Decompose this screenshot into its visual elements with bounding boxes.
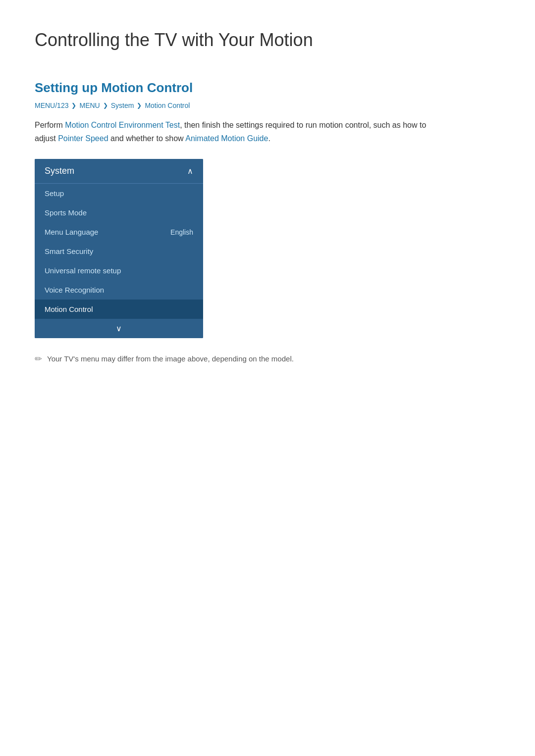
system-menu: System ∧ Setup Sports Mode Menu Language… [35,159,203,338]
breadcrumb-item-2: MENU [79,101,100,109]
breadcrumb-item-1: MENU/123 [35,101,68,109]
page-title: Controlling the TV with Your Motion [35,30,500,55]
body-paragraph: Perform Motion Control Environment Test,… [35,118,441,145]
menu-header-title: System [45,166,74,176]
breadcrumb-item-3: System [111,101,134,109]
menu-item-sports-mode[interactable]: Sports Mode [35,203,203,222]
body-text-4: . [268,134,270,143]
breadcrumb-item-4: Motion Control [145,101,190,109]
breadcrumb: MENU/123 ❯ MENU ❯ System ❯ Motion Contro… [35,101,500,109]
note-row: ✏ Your TV's menu may differ from the ima… [35,353,500,365]
menu-item-universal-remote[interactable]: Universal remote setup [35,261,203,280]
menu-item-sports-mode-label: Sports Mode [45,208,87,217]
menu-down-arrow-icon: ∨ [116,324,122,333]
menu-item-menu-language-value: English [170,228,193,236]
breadcrumb-sep-2: ❯ [103,102,108,109]
menu-item-menu-language[interactable]: Menu Language English [35,222,203,242]
menu-item-motion-control-label: Motion Control [45,305,93,313]
menu-item-smart-security[interactable]: Smart Security [35,242,203,261]
body-text-1: Perform [35,121,65,129]
breadcrumb-sep-3: ❯ [137,102,142,109]
link-motion-control-env-test[interactable]: Motion Control Environment Test [65,121,180,129]
menu-item-voice-recognition-label: Voice Recognition [45,286,104,294]
menu-up-arrow-icon: ∧ [187,166,193,176]
link-animated-motion-guide[interactable]: Animated Motion Guide [185,134,268,143]
note-text: Your TV's menu may differ from the image… [47,353,294,365]
section-title: Setting up Motion Control [35,80,500,96]
menu-item-voice-recognition[interactable]: Voice Recognition [35,280,203,300]
menu-item-menu-language-label: Menu Language [45,228,98,236]
menu-item-setup-label: Setup [45,189,64,198]
menu-item-setup[interactable]: Setup [35,184,203,203]
menu-item-smart-security-label: Smart Security [45,247,93,255]
breadcrumb-sep-1: ❯ [71,102,76,109]
note-pencil-icon: ✏ [35,353,42,364]
menu-item-motion-control[interactable]: Motion Control [35,300,203,319]
menu-item-universal-remote-label: Universal remote setup [45,266,121,275]
menu-footer: ∨ [35,319,203,338]
link-pointer-speed[interactable]: Pointer Speed [58,134,108,143]
body-text-3: and whether to show [108,134,186,143]
menu-header: System ∧ [35,159,203,183]
